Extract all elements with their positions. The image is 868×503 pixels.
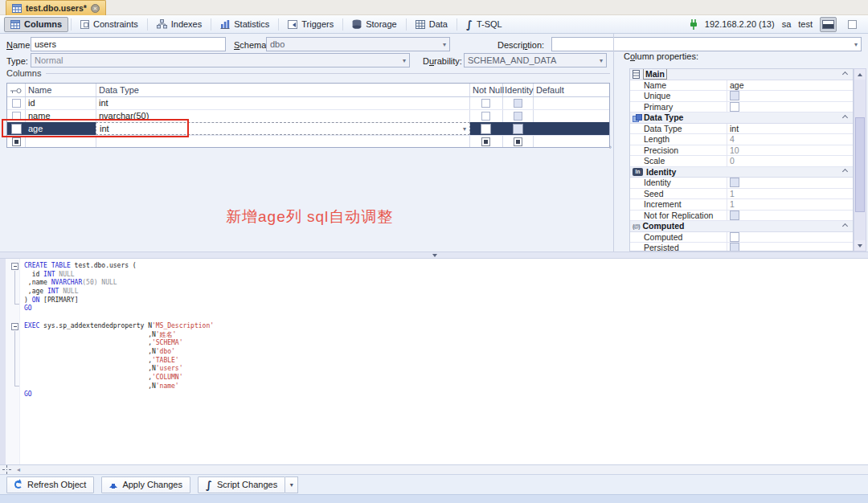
tab-indexes[interactable]: Indexes bbox=[150, 17, 209, 32]
table-icon bbox=[12, 4, 22, 13]
identity-checkbox[interactable] bbox=[514, 99, 522, 108]
sql-line: ,age INT NULL bbox=[24, 288, 214, 296]
data-type-section-icon bbox=[633, 114, 641, 121]
computed-checkbox[interactable] bbox=[730, 232, 739, 242]
prop-row-unique: Unique bbox=[630, 91, 853, 102]
new-row-indicator[interactable] bbox=[12, 137, 21, 146]
collapse-icon[interactable] bbox=[842, 169, 848, 174]
document-tab-users[interactable]: test.dbo.users* × bbox=[6, 0, 106, 15]
cell-name[interactable]: id bbox=[28, 96, 35, 109]
schema-label: Schema: bbox=[234, 40, 268, 50]
script-changes-button[interactable]: ∫ Script Changes bbox=[198, 476, 285, 493]
tab-columns[interactable]: Columns bbox=[4, 17, 68, 32]
scroll-down-icon bbox=[858, 244, 862, 250]
refresh-object-button[interactable]: Refresh Object bbox=[6, 476, 94, 493]
collapse-icon[interactable] bbox=[842, 72, 848, 77]
statistics-icon bbox=[220, 19, 230, 29]
constraints-icon bbox=[80, 20, 89, 29]
panel-resize-bar[interactable]: ◂ bbox=[0, 464, 868, 474]
identity-checkbox[interactable] bbox=[730, 178, 739, 187]
sql-line: GO bbox=[24, 391, 214, 399]
main-section-icon bbox=[633, 70, 640, 79]
script-changes-group: ∫ Script Changes ▾ bbox=[198, 476, 298, 493]
scroll-down-button[interactable] bbox=[854, 240, 866, 251]
tab-data[interactable]: Data bbox=[409, 17, 454, 32]
cell-data-type[interactable]: int bbox=[99, 96, 108, 109]
section-identity[interactable]: In Identity bbox=[630, 167, 853, 178]
section-main[interactable]: Main bbox=[630, 69, 853, 80]
header-name: Name bbox=[28, 85, 51, 95]
tab-data-label: Data bbox=[429, 19, 448, 29]
indexes-icon bbox=[157, 19, 167, 29]
primary-checkbox[interactable] bbox=[730, 102, 739, 112]
tab-title: test.dbo.users* bbox=[26, 3, 87, 13]
splitter-collapse-icon[interactable]: › bbox=[609, 143, 612, 151]
sql-line: ,'COLUMN' bbox=[24, 374, 214, 382]
not-null-checkbox[interactable] bbox=[481, 112, 490, 121]
toolbar-separator bbox=[71, 18, 72, 31]
not-null-checkbox[interactable] bbox=[481, 99, 490, 108]
sql-line: GO bbox=[24, 305, 214, 313]
window-layout-button[interactable] bbox=[844, 17, 861, 32]
collapse-left-icon[interactable]: ◂ bbox=[17, 466, 20, 473]
sql-code: CREATE TABLE test.dbo.users ( id INT NUL… bbox=[24, 262, 214, 399]
tab-constraints[interactable]: Constraints bbox=[74, 17, 145, 32]
identity-checkbox[interactable] bbox=[514, 137, 522, 146]
tab-statistics[interactable]: Statistics bbox=[214, 17, 276, 32]
chevron-down-icon: ▾ bbox=[600, 57, 603, 64]
section-computed[interactable]: (@) Computed bbox=[630, 221, 853, 232]
column-properties-title: Column properties: bbox=[624, 51, 698, 61]
tab-indexes-label: Indexes bbox=[171, 19, 203, 29]
tab-triggers-label: Triggers bbox=[301, 19, 334, 29]
column-properties-grid: Main Name age Unique Primary Data Type bbox=[629, 68, 854, 251]
editor-layout-button[interactable] bbox=[820, 17, 837, 32]
scroll-up-icon bbox=[858, 71, 862, 76]
scroll-up-button[interactable] bbox=[854, 69, 866, 80]
tab-triggers[interactable]: Triggers bbox=[281, 17, 340, 32]
window-icon bbox=[848, 20, 857, 29]
close-icon[interactable]: × bbox=[91, 4, 100, 13]
sql-line: ,N'dbo' bbox=[24, 348, 214, 357]
computed-section-icon: (@) bbox=[633, 223, 640, 229]
row-select-checkbox[interactable] bbox=[12, 99, 21, 108]
fold-toggle-icon[interactable] bbox=[11, 323, 18, 330]
chevron-down-icon[interactable]: ▾ bbox=[463, 125, 466, 133]
not-for-replication-checkbox[interactable] bbox=[730, 211, 739, 220]
durability-select[interactable]: SCHEMA_AND_DATA ▾ bbox=[464, 53, 607, 67]
prop-row-persisted: Persisted bbox=[630, 243, 853, 251]
columns-group-line bbox=[46, 73, 610, 74]
schema-select[interactable]: dbo ▾ bbox=[266, 37, 450, 51]
toolbar-separator bbox=[457, 18, 457, 31]
scrollbar-thumb[interactable] bbox=[855, 117, 865, 212]
sql-line: ,N'users' bbox=[24, 365, 214, 374]
table-name-input[interactable]: users bbox=[31, 37, 226, 51]
not-null-checkbox[interactable] bbox=[481, 124, 491, 134]
connection-user: sa bbox=[782, 19, 792, 29]
identity-checkbox[interactable] bbox=[514, 112, 522, 121]
tab-tsql[interactable]: ∫ T-SQL bbox=[460, 17, 509, 32]
fold-scope-line bbox=[14, 271, 19, 305]
sql-preview-editor[interactable]: CREATE TABLE test.dbo.users ( id INT NUL… bbox=[0, 259, 868, 464]
tab-storage[interactable]: Storage bbox=[346, 17, 403, 32]
identity-checkbox[interactable] bbox=[513, 124, 523, 134]
prop-row-length: Length 4 bbox=[630, 134, 853, 145]
properties-scrollbar[interactable] bbox=[854, 68, 866, 251]
apply-changes-button[interactable]: Apply Changes bbox=[101, 476, 190, 493]
triggers-icon bbox=[288, 20, 297, 29]
collapse-icon[interactable] bbox=[842, 115, 848, 121]
persisted-checkbox[interactable] bbox=[730, 243, 739, 251]
red-highlight-annotation bbox=[2, 119, 189, 137]
editor-toolbar: Columns Constraints Indexes Statistics T… bbox=[0, 15, 868, 34]
description-input[interactable]: ▾ bbox=[551, 37, 862, 51]
vertical-splitter[interactable] bbox=[613, 34, 614, 251]
unique-checkbox[interactable] bbox=[730, 91, 739, 100]
script-changes-dropdown[interactable]: ▾ bbox=[285, 476, 298, 493]
section-data-type[interactable]: Data Type bbox=[630, 112, 853, 124]
connection-database: test bbox=[798, 19, 813, 29]
fold-toggle-icon[interactable] bbox=[11, 263, 18, 270]
not-null-checkbox[interactable] bbox=[481, 137, 490, 146]
horizontal-splitter[interactable] bbox=[0, 251, 868, 259]
tab-storage-label: Storage bbox=[366, 19, 397, 29]
type-select[interactable]: Normal ▾ bbox=[31, 53, 410, 67]
collapse-icon[interactable] bbox=[842, 223, 848, 229]
